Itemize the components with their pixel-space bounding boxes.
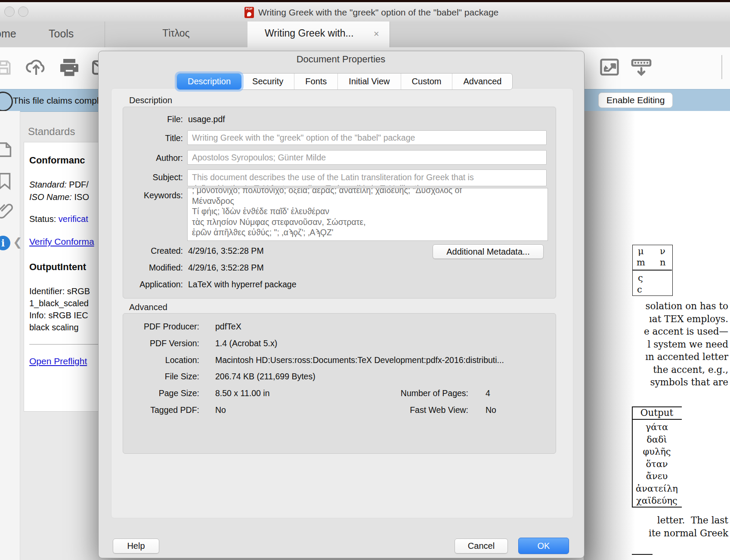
pdf-table-cell: ς bbox=[638, 273, 643, 283]
keywords-line: ἐρῶν ἀπῆλϑες εὐϑύς; "; ‚αϡϙζ'; ‚ΑϡϘΖ' bbox=[192, 227, 543, 238]
pdf-version-label: PDF Version: bbox=[129, 338, 199, 348]
keywords-line: ; μονοτονιχο; πολυτονιχο; οξεια; αερας; … bbox=[192, 188, 543, 196]
standards-panel-title: Standards bbox=[28, 126, 75, 138]
page-size-value: 8.50 x 11.00 in bbox=[215, 388, 269, 398]
iso-name-label: ISO Name: bbox=[29, 192, 72, 202]
keywords-line: τὰς πλησίον Νύμφας στεφανοῦσαν, Σώστρατε… bbox=[192, 217, 543, 228]
iso-name-value: ISO bbox=[74, 192, 89, 202]
pdf-producer-label: PDF Producer: bbox=[129, 322, 199, 332]
pdf-output-rows: γάτα δαδὶ φυλῆς ὅταν ἄνευ ἀνατείλη χαϊδε… bbox=[632, 421, 682, 507]
author-field[interactable] bbox=[187, 150, 547, 165]
fast-web-view-value: No bbox=[486, 405, 496, 415]
advanced-section-label: Advanced bbox=[129, 302, 167, 312]
compliance-message: This file claims compli bbox=[13, 95, 101, 106]
tagged-pdf-label: Tagged PDF: bbox=[129, 405, 199, 415]
pdf-output-row: ἀνατείλη bbox=[632, 483, 682, 495]
pdf-file-icon: PDF bbox=[244, 7, 254, 18]
dialog-shadow-on-page bbox=[584, 111, 635, 560]
standard-label: Standard: bbox=[29, 180, 67, 189]
number-of-pages-value: 4 bbox=[486, 388, 490, 398]
created-value: 4/29/16, 3:52:28 PM bbox=[188, 246, 264, 256]
pdf-output-header: Output bbox=[632, 407, 682, 418]
tab-separator bbox=[390, 22, 390, 47]
conformance-heading: Conformanc bbox=[29, 155, 85, 166]
tab-home[interactable]: Home bbox=[0, 28, 16, 40]
subject-label: Subject: bbox=[129, 172, 183, 182]
identifier-line: 1_black_scaled bbox=[29, 298, 89, 308]
dialog-tab-description[interactable]: Description bbox=[177, 74, 241, 89]
pdf-output-row: γάτα bbox=[632, 421, 682, 434]
pdf-producer-value: pdfTeX bbox=[215, 322, 241, 332]
pdf-table-cell: μ bbox=[638, 246, 644, 256]
save-icon[interactable] bbox=[0, 58, 13, 79]
share-upload-icon[interactable] bbox=[24, 55, 49, 82]
standard-value: PDF/ bbox=[69, 180, 89, 189]
help-button[interactable]: Help bbox=[113, 538, 159, 554]
verify-conformance-link[interactable]: Verify Conforma bbox=[29, 237, 94, 247]
panel-divider bbox=[29, 344, 98, 345]
pdf-output-row: χαϊδεύης bbox=[632, 495, 682, 507]
fit-window-icon[interactable] bbox=[598, 56, 621, 80]
keywords-field[interactable]: ; μονοτονιχο; πολυτονιχο; οξεια; αερας; … bbox=[187, 188, 548, 241]
description-section-label: Description bbox=[129, 95, 172, 105]
export-pdf-icon[interactable] bbox=[0, 140, 15, 161]
toolbar-separator bbox=[721, 55, 722, 79]
page-size-label: Page Size: bbox=[129, 388, 199, 398]
dialog-title: Document Properties bbox=[98, 54, 584, 65]
bookmark-tag-icon[interactable] bbox=[0, 171, 15, 193]
file-size-value: 206.74 KB (211,699 Bytes) bbox=[215, 372, 316, 382]
tab-document-active-label[interactable]: Writing Greek with... bbox=[265, 28, 354, 39]
dialog-tab-fonts[interactable]: Fonts bbox=[294, 74, 337, 89]
panel-collapse-chevron-icon[interactable]: ❮ bbox=[13, 236, 22, 249]
keywords-line: Μένανδρος bbox=[192, 196, 543, 206]
traffic-light-minimize-button[interactable] bbox=[18, 6, 28, 17]
fast-web-view-label: Fast Web View: bbox=[391, 405, 468, 415]
additional-metadata-button[interactable]: Additional Metadata... bbox=[433, 244, 544, 259]
app-window: PDF Writing Greek with the "greek" optio… bbox=[0, 0, 730, 560]
dialog-tab-security[interactable]: Security bbox=[241, 74, 294, 89]
outputintent-heading: OutputIntent bbox=[29, 262, 86, 273]
tagged-pdf-value: No bbox=[215, 405, 226, 415]
author-label: Author: bbox=[129, 153, 183, 163]
attachment-paperclip-icon[interactable] bbox=[0, 201, 15, 223]
cancel-button[interactable]: Cancel bbox=[455, 538, 508, 554]
ok-button[interactable]: OK bbox=[518, 538, 569, 554]
subject-field[interactable]: This document describes the use of the L… bbox=[187, 169, 547, 186]
file-value: usage.pdf bbox=[188, 114, 225, 124]
toolbar-download-icon[interactable] bbox=[629, 55, 653, 81]
pdf-table-cell: n bbox=[660, 257, 666, 268]
tab-tools[interactable]: Tools bbox=[49, 28, 74, 40]
application-label: Application: bbox=[129, 280, 183, 289]
open-preflight-link[interactable]: Open Preflight bbox=[29, 356, 87, 366]
enable-editing-button[interactable]: Enable Editing bbox=[598, 92, 673, 108]
print-icon[interactable] bbox=[57, 56, 81, 82]
dialog-tab-custom[interactable]: Custom bbox=[401, 74, 452, 89]
window-title-row: PDF Writing Greek with the "greek" optio… bbox=[244, 7, 498, 18]
tab-document-titlos[interactable]: Τὶτλος bbox=[129, 28, 223, 39]
window-title: Writing Greek with the "greek" option of… bbox=[258, 7, 498, 18]
pdf-table-cell: ν bbox=[660, 246, 665, 256]
location-label: Location: bbox=[129, 355, 199, 365]
traffic-light-close-button[interactable] bbox=[4, 6, 15, 17]
pdf-version-value: 1.4 (Acrobat 5.x) bbox=[215, 338, 277, 348]
pdf-table-cell: c bbox=[637, 284, 642, 295]
location-value: Macintosh HD:Users:ross:Documents:TeX De… bbox=[215, 355, 504, 365]
dialog-tab-advanced[interactable]: Advanced bbox=[452, 74, 512, 89]
pdf-output-row: ὅταν bbox=[632, 458, 682, 471]
modified-value: 4/29/16, 3:52:28 PM bbox=[188, 263, 264, 273]
dialog-tab-initial-view[interactable]: Initial View bbox=[337, 74, 400, 89]
created-label: Created: bbox=[129, 246, 183, 256]
file-size-label: File Size: bbox=[129, 372, 199, 382]
status-label: Status: bbox=[29, 214, 56, 224]
identifier-line: black scaling bbox=[29, 323, 79, 332]
title-label: Title: bbox=[129, 133, 183, 143]
subject-line: This document describes the use of the L… bbox=[192, 172, 542, 183]
identifier-line: Identifier: sRGB bbox=[29, 286, 90, 296]
modified-label: Modified: bbox=[129, 263, 183, 273]
pdf-output-rule bbox=[632, 419, 682, 420]
tab-close-icon[interactable]: × bbox=[374, 28, 379, 40]
keywords-label: Keywords: bbox=[129, 191, 183, 200]
pdf-output-row: ἄνευ bbox=[632, 470, 682, 483]
pdf-table-cell: m bbox=[637, 257, 645, 268]
title-field[interactable] bbox=[187, 130, 547, 145]
